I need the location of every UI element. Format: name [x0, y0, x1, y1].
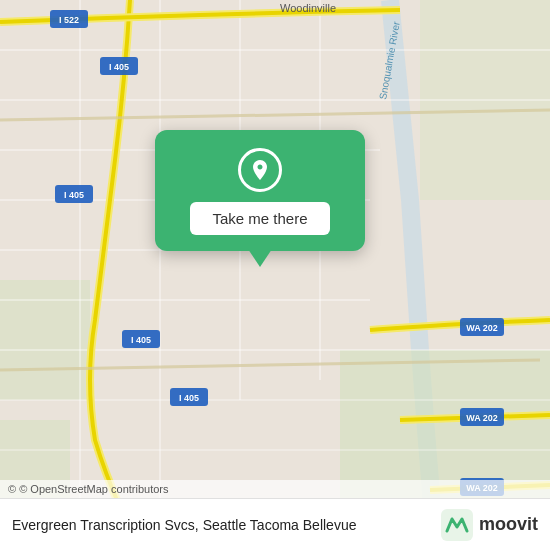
svg-text:I 405: I 405 — [109, 62, 129, 72]
copyright-icon: © — [8, 483, 16, 495]
moovit-brand-text: moovit — [479, 514, 538, 535]
take-me-there-button[interactable]: Take me there — [190, 202, 329, 235]
map-container: I 522 I 405 I 405 I 405 I 405 WA 202 WA … — [0, 0, 550, 550]
moovit-logo: moovit — [441, 509, 538, 541]
popup-card: Take me there — [155, 130, 365, 251]
attribution-text: © OpenStreetMap contributors — [19, 483, 168, 495]
moovit-logo-icon — [441, 509, 473, 541]
attribution-bar: © © OpenStreetMap contributors — [0, 480, 550, 498]
map-svg: I 522 I 405 I 405 I 405 I 405 WA 202 WA … — [0, 0, 550, 550]
footer-bar: Evergreen Transcription Svcs, Seattle Ta… — [0, 498, 550, 550]
svg-text:I 522: I 522 — [59, 15, 79, 25]
svg-text:I 405: I 405 — [131, 335, 151, 345]
svg-text:Woodinville: Woodinville — [280, 2, 336, 14]
svg-rect-4 — [0, 0, 550, 550]
svg-text:WA 202: WA 202 — [466, 413, 498, 423]
location-pin-icon — [238, 148, 282, 192]
svg-text:I 405: I 405 — [64, 190, 84, 200]
svg-text:WA 202: WA 202 — [466, 323, 498, 333]
svg-text:I 405: I 405 — [179, 393, 199, 403]
location-text: Evergreen Transcription Svcs, Seattle Ta… — [12, 517, 356, 533]
